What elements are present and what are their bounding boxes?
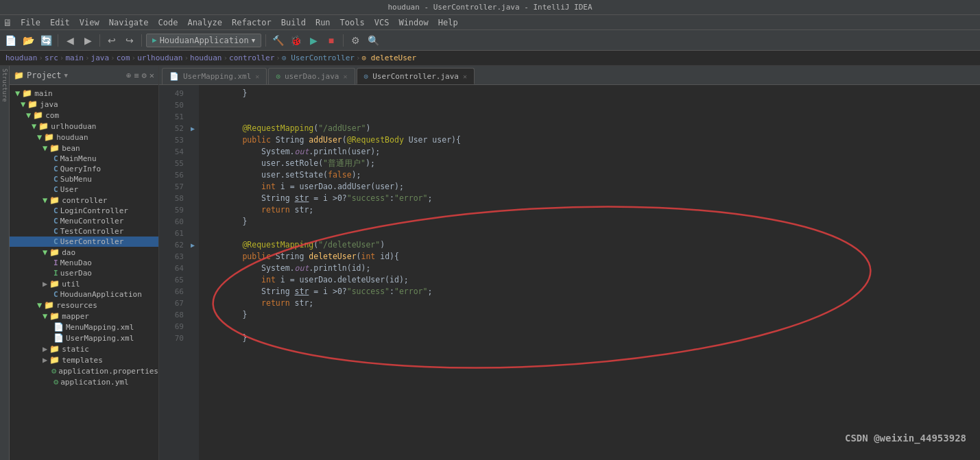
tree-mainmenu[interactable]: C MainMenu <box>10 154 158 164</box>
tab-usermapping[interactable]: 📄 UserMapping.xml ✕ <box>162 68 267 84</box>
tree-menucontroller[interactable]: C MenuController <box>10 216 158 226</box>
code-line-61 <box>204 228 980 239</box>
tree-usermapping[interactable]: 📄 UserMapping.xml <box>10 332 158 343</box>
tree-menudao[interactable]: I MenuDao <box>10 258 158 268</box>
tree-main[interactable]: ▼ 📁 main <box>10 88 158 99</box>
menu-view[interactable]: View <box>75 16 104 29</box>
menu-edit[interactable]: Edit <box>46 16 74 29</box>
close-panel-icon[interactable]: ✕ <box>150 71 154 80</box>
line-num-51: 51 <box>159 111 184 123</box>
open-button[interactable]: 📂 <box>21 33 36 48</box>
code-keyword: false <box>328 169 352 181</box>
breadcrumb-java[interactable]: java <box>91 53 110 62</box>
tree-houduan[interactable]: ▼ 📁 houduan <box>10 132 158 143</box>
tree-resources[interactable]: ▼ 📁 resources <box>10 300 158 311</box>
breadcrumb-houduan[interactable]: houduan <box>5 53 37 62</box>
redo-button[interactable]: ↪ <box>122 33 137 48</box>
breadcrumb-main[interactable]: main <box>65 53 84 62</box>
tree-controller[interactable]: ▼ 📁 controller <box>10 195 158 206</box>
menu-window[interactable]: Window <box>394 16 432 29</box>
tree-label: HouduanApplication <box>60 290 142 299</box>
undo-button[interactable]: ↩ <box>104 33 119 48</box>
toolbar-sep-2 <box>99 34 100 47</box>
code-text <box>204 298 261 309</box>
folder-icon: 📁 <box>49 143 60 153</box>
build-button[interactable]: 🔨 <box>270 33 285 48</box>
tab-close-icon[interactable]: ✕ <box>255 73 259 80</box>
tree-templates[interactable]: ▶ 📁 templates <box>10 354 158 365</box>
run-button[interactable]: ▶ <box>306 33 321 48</box>
java-class-icon: C <box>53 217 58 226</box>
code-text: ) <box>380 239 385 251</box>
tree-application-yml[interactable]: ⚙ application.yml <box>10 376 158 387</box>
new-file-button[interactable]: 📄 <box>3 33 18 48</box>
run-gutter-icon[interactable]: ▶ <box>191 125 195 132</box>
gutter-row-67 <box>188 298 198 309</box>
menu-file[interactable]: File <box>16 16 45 29</box>
stop-button[interactable]: ■ <box>324 33 339 48</box>
tree-submenu[interactable]: C SubMenu <box>10 174 158 184</box>
collapse-all-icon[interactable]: ≡ <box>134 71 139 80</box>
menu-help[interactable]: Help <box>434 16 462 29</box>
search-button[interactable]: 🔍 <box>366 33 381 48</box>
forward-button[interactable]: ▶ <box>80 33 95 48</box>
run-debug-button[interactable]: 🐞 <box>288 33 303 48</box>
tree-menumapping[interactable]: 📄 MenuMapping.xml <box>10 322 158 332</box>
back-button[interactable]: ◀ <box>62 33 77 48</box>
tree-testcontroller[interactable]: C TestController <box>10 226 158 237</box>
tree-util[interactable]: ▶ 📁 util <box>10 278 158 289</box>
structure-tab[interactable]: Structure <box>0 66 10 105</box>
tree-urlhouduan[interactable]: ▼ 📁 urlhouduan <box>10 121 158 132</box>
breadcrumb-usercontroller[interactable]: ⊙ UserController <box>282 53 355 62</box>
tree-userdao[interactable]: I userDao <box>10 268 158 278</box>
code-text: User user){ <box>404 134 461 146</box>
breadcrumb-com[interactable]: com <box>117 53 130 62</box>
tab-userdao[interactable]: ⊙ userDao.java ✕ <box>268 68 355 84</box>
code-text: ) <box>366 123 370 134</box>
locate-icon[interactable]: ⊕ <box>126 71 131 80</box>
breadcrumb-src[interactable]: src <box>45 53 58 62</box>
menu-run[interactable]: Run <box>311 16 335 29</box>
run-gutter-icon[interactable]: ▶ <box>191 241 195 249</box>
tree-java[interactable]: ▼ 📁 java <box>10 99 158 110</box>
menu-code[interactable]: Code <box>154 16 182 29</box>
breadcrumb-deleteuser[interactable]: ⊙ deleteUser <box>362 53 416 62</box>
tree-mapper[interactable]: ▼ 📁 mapper <box>10 311 158 322</box>
code-line-66: String str = i >0?"success":"error"; <box>204 286 980 298</box>
tab-close-icon[interactable]: ✕ <box>463 73 467 80</box>
tree-logincontroller[interactable]: C LoginController <box>10 206 158 216</box>
breadcrumb-urlhouduan[interactable]: urlhouduan <box>137 53 182 62</box>
sync-button[interactable]: 🔄 <box>38 33 53 48</box>
code-text: user.setState( <box>204 169 328 181</box>
tree-static[interactable]: ▶ 📁 static <box>10 343 158 354</box>
line-num-70: 70 <box>159 332 184 344</box>
code-text <box>204 181 261 193</box>
tree-queryinfo[interactable]: C QueryInfo <box>10 164 158 174</box>
menu-analyze[interactable]: Analyze <box>183 16 226 29</box>
menu-refactor[interactable]: Refactor <box>228 16 276 29</box>
settings-button[interactable]: ⚙ <box>348 33 363 48</box>
tab-close-icon[interactable]: ✕ <box>343 73 347 80</box>
tree-houduanapplication[interactable]: C HouduanApplication <box>10 289 158 300</box>
tree-dao[interactable]: ▼ 📁 dao <box>10 247 158 258</box>
tree-com[interactable]: ▼ 📁 com <box>10 110 158 121</box>
settings-panel-icon[interactable]: ⚙ <box>142 71 147 80</box>
tree-user[interactable]: C User <box>10 184 158 195</box>
breadcrumb-houduan2[interactable]: houduan <box>190 53 222 62</box>
run-config-dropdown[interactable]: ▶ HouduanApplication ▼ <box>146 34 261 47</box>
code-content[interactable]: } @RequestMapping("/addUser") public Str… <box>199 85 980 460</box>
tree-application-props[interactable]: ⚙ application.properties <box>10 365 158 376</box>
code-line-60: } <box>204 216 980 228</box>
menu-navigate[interactable]: Navigate <box>105 16 153 29</box>
tree-label: MainMenu <box>60 154 97 163</box>
tree-bean[interactable]: ▼ 📁 bean <box>10 143 158 154</box>
folder-icon: 📁 <box>33 110 43 120</box>
menu-build[interactable]: Build <box>277 16 310 29</box>
tree-usercontroller[interactable]: C UserController <box>10 237 158 247</box>
menu-vcs[interactable]: VCS <box>370 16 394 29</box>
menu-tools[interactable]: Tools <box>336 16 369 29</box>
breadcrumb-controller[interactable]: controller <box>229 53 274 62</box>
tab-usercontroller[interactable]: ⊙ UserController.java ✕ <box>357 68 475 84</box>
folder-icon: 📁 <box>49 311 60 321</box>
code-annotation: @RequestMapping <box>242 239 313 251</box>
